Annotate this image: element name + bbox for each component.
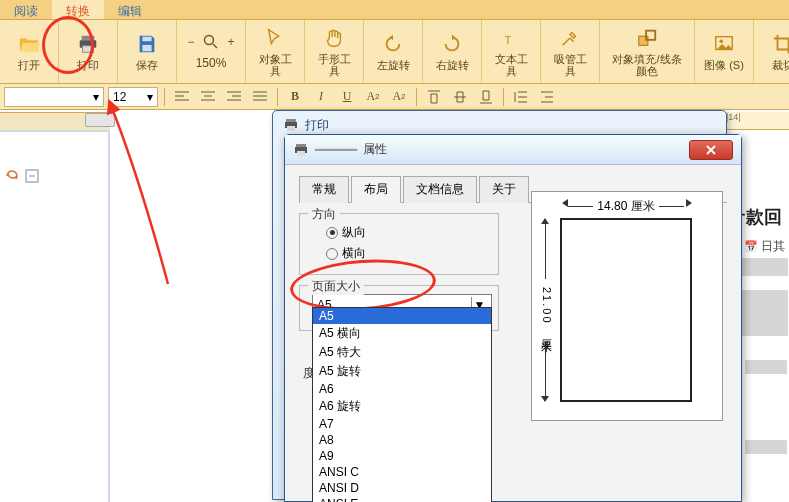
page-size-option[interactable]: A5 bbox=[313, 308, 491, 324]
crop-button[interactable]: 裁切 bbox=[762, 22, 789, 81]
arrow-up-icon bbox=[541, 218, 549, 224]
page-size-option[interactable]: A5 横向 bbox=[313, 324, 491, 343]
svg-rect-13 bbox=[286, 119, 296, 122]
page-preview: 14.80 厘米 21.00 厘米 bbox=[531, 191, 723, 421]
radio-landscape-label: 横向 bbox=[342, 245, 366, 262]
refresh-icon[interactable] bbox=[4, 168, 20, 184]
page-size-option[interactable]: A8 bbox=[313, 432, 491, 448]
zoom-in-button[interactable]: + bbox=[223, 34, 239, 50]
cursor-icon bbox=[264, 27, 286, 49]
valign-top-button[interactable] bbox=[423, 87, 445, 107]
underline-button[interactable]: U bbox=[336, 87, 358, 107]
chevron-down-icon: ▾ bbox=[93, 90, 99, 104]
arrow-down-icon bbox=[541, 396, 549, 402]
hand-tool-button[interactable]: 手形工具 bbox=[313, 22, 355, 81]
page-size-option[interactable]: A5 旋转 bbox=[313, 362, 491, 381]
superscript-button[interactable]: A2 bbox=[362, 87, 384, 107]
page-size-option[interactable]: A7 bbox=[313, 416, 491, 432]
valign-bottom-button[interactable] bbox=[475, 87, 497, 107]
image-icon bbox=[713, 33, 735, 55]
radio-portrait-label: 纵向 bbox=[342, 224, 366, 241]
page-size-option[interactable]: ANSI C bbox=[313, 464, 491, 480]
hand-icon bbox=[323, 27, 345, 49]
rotate-left-button[interactable]: 左旋转 bbox=[372, 22, 414, 81]
panel-resize-handle[interactable] bbox=[85, 113, 115, 127]
svg-rect-0 bbox=[82, 35, 95, 40]
folder-open-icon bbox=[18, 33, 40, 55]
horizontal-ruler: |14| bbox=[720, 112, 789, 130]
svg-point-5 bbox=[205, 35, 214, 44]
tab-docinfo[interactable]: 文档信息 bbox=[403, 176, 477, 203]
properties-dialog[interactable]: ━━━━━━ 属性 常规 布局 文档信息 关于 方向 纵向 横向 页面大小 bbox=[284, 134, 742, 502]
page-size-option[interactable]: A6 bbox=[313, 381, 491, 397]
format-bar: ▾ 12▾ B I U A2 A2 bbox=[0, 84, 789, 110]
chevron-down-icon: ▾ bbox=[147, 90, 153, 104]
tab-edit[interactable]: 编辑 bbox=[104, 0, 156, 19]
print-button[interactable]: 打印 bbox=[67, 22, 109, 81]
fill-stroke-button[interactable]: 对象填充/线条颜色 bbox=[608, 22, 686, 81]
tab-general[interactable]: 常规 bbox=[299, 176, 349, 203]
preview-height-label: 21.00 厘米 bbox=[539, 287, 554, 334]
document-date-label: 📅 日其 bbox=[744, 238, 785, 255]
subscript-button[interactable]: A2 bbox=[388, 87, 410, 107]
svg-rect-3 bbox=[142, 36, 151, 41]
page-size-option[interactable]: ANSI E bbox=[313, 496, 491, 502]
printer-icon bbox=[77, 33, 99, 55]
align-left-button[interactable] bbox=[171, 87, 193, 107]
collapse-icon[interactable] bbox=[24, 168, 40, 184]
content-placeholder bbox=[745, 360, 787, 374]
valign-middle-button[interactable] bbox=[449, 87, 471, 107]
align-center-button[interactable] bbox=[197, 87, 219, 107]
align-right-button[interactable] bbox=[223, 87, 245, 107]
eyedropper-button[interactable]: 吸管工具 bbox=[549, 22, 591, 81]
font-size-select[interactable]: 12▾ bbox=[108, 87, 158, 107]
tab-about[interactable]: 关于 bbox=[479, 176, 529, 203]
page-size-dropdown-list[interactable]: A5A5 横向A5 特大A5 旋转A6A6 旋转A7A8A9ANSI CANSI… bbox=[312, 307, 492, 502]
crop-icon bbox=[772, 33, 789, 55]
tab-convert[interactable]: 转换 bbox=[52, 0, 104, 19]
svg-rect-4 bbox=[142, 44, 151, 50]
zoom-out-button[interactable]: − bbox=[183, 34, 199, 50]
dialog-title: 属性 bbox=[363, 141, 387, 158]
page-size-option[interactable]: A6 旋转 bbox=[313, 397, 491, 416]
content-placeholder bbox=[745, 440, 787, 454]
bookmarks-panel bbox=[0, 130, 110, 502]
page-size-option[interactable]: ANSI D bbox=[313, 480, 491, 496]
font-family-select[interactable]: ▾ bbox=[4, 87, 104, 107]
printer-icon bbox=[283, 117, 299, 133]
radio-landscape[interactable] bbox=[326, 248, 338, 260]
close-icon bbox=[705, 145, 717, 155]
save-button[interactable]: 保存 bbox=[126, 22, 168, 81]
page-size-option[interactable]: A5 特大 bbox=[313, 343, 491, 362]
svg-rect-16 bbox=[296, 144, 306, 147]
tab-layout[interactable]: 布局 bbox=[351, 176, 401, 203]
svg-line-6 bbox=[213, 44, 217, 48]
preview-page-rect bbox=[560, 218, 692, 402]
tab-read[interactable]: 阅读 bbox=[0, 0, 52, 19]
indent-button[interactable] bbox=[536, 87, 558, 107]
align-justify-button[interactable] bbox=[249, 87, 271, 107]
open-button[interactable]: 打开 bbox=[8, 22, 50, 81]
main-tabs: 阅读 转换 编辑 bbox=[0, 0, 789, 20]
arrow-left-icon bbox=[562, 199, 568, 207]
image-button[interactable]: 图像 (S) bbox=[703, 22, 745, 81]
text-tool-button[interactable]: T 文本工具 bbox=[490, 22, 532, 81]
zoom-magnify-icon bbox=[203, 34, 219, 50]
close-button[interactable] bbox=[689, 140, 733, 160]
text-icon: T bbox=[500, 27, 522, 49]
svg-point-11 bbox=[719, 39, 723, 43]
italic-button[interactable]: I bbox=[310, 87, 332, 107]
printer-icon bbox=[293, 142, 309, 158]
zoom-percent[interactable]: 150% bbox=[196, 56, 227, 70]
bold-button[interactable]: B bbox=[284, 87, 306, 107]
rotate-right-icon bbox=[441, 33, 463, 55]
line-spacing-button[interactable] bbox=[510, 87, 532, 107]
dialog-titlebar[interactable]: ━━━━━━ 属性 bbox=[285, 135, 741, 165]
radio-portrait[interactable] bbox=[326, 227, 338, 239]
page-size-legend: 页面大小 bbox=[308, 278, 364, 295]
fill-color-icon bbox=[636, 27, 658, 49]
object-tool-button[interactable]: 对象工具 bbox=[254, 22, 296, 81]
page-size-option[interactable]: A9 bbox=[313, 448, 491, 464]
rotate-right-button[interactable]: 右旋转 bbox=[431, 22, 473, 81]
orientation-legend: 方向 bbox=[308, 206, 340, 223]
